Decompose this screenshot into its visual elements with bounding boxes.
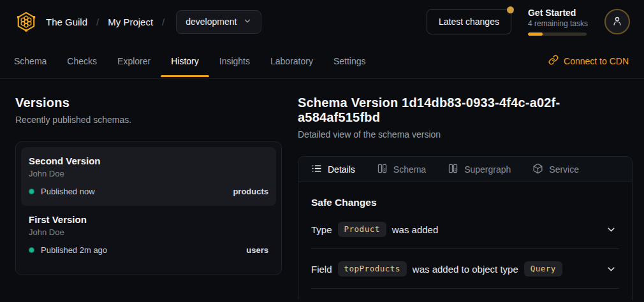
tab-settings[interactable]: Settings — [323, 43, 376, 78]
code-chip: topProducts — [338, 261, 407, 277]
code-chip: Query — [524, 261, 562, 277]
schema-version-subtitle: Detailed view of the schema version — [298, 129, 633, 140]
version-detail-panel: Schema Version 1d14db83-0933-4f4c-a02f-a… — [298, 96, 633, 300]
versions-subtitle: Recently published schemas. — [15, 115, 282, 125]
service-name: users — [246, 245, 268, 255]
connect-cdn-label: Connect to CDN — [564, 56, 629, 66]
tab-explorer[interactable]: Explorer — [107, 43, 161, 78]
safe-changes-heading: Safe Changes — [311, 197, 619, 208]
schema-version-title: Schema Version 1d14db83-0933-4f4c-a02f-a… — [298, 96, 633, 125]
versions-title: Versions — [15, 96, 282, 110]
detail-tab-service[interactable]: Service — [532, 163, 579, 176]
link-icon — [548, 55, 559, 67]
version-author: John Doe — [29, 227, 268, 237]
published-time: Published 2m ago — [41, 245, 107, 255]
change-text: was added — [392, 224, 439, 235]
breadcrumb-separator: / — [96, 17, 99, 27]
change-row[interactable]: TypeProductwas added — [311, 210, 619, 249]
list-icon — [311, 163, 322, 176]
user-icon — [611, 15, 623, 29]
latest-changes-label: Latest changes — [439, 17, 499, 27]
chevron-down-icon[interactable] — [606, 224, 617, 235]
change-text: Type — [311, 224, 332, 235]
published-dot-icon — [29, 247, 34, 253]
detail-tab-schema[interactable]: Schema — [377, 163, 426, 176]
connect-cdn-link[interactable]: Connect to CDN — [548, 55, 629, 67]
change-text: was added to object type — [413, 264, 518, 275]
version-meta-row: Published nowproducts — [29, 187, 268, 196]
hive-logo-icon[interactable] — [15, 11, 37, 32]
nav-tab-list: SchemaChecksExplorerHistoryInsightsLabor… — [4, 43, 376, 78]
tab-checks[interactable]: Checks — [57, 43, 107, 78]
target-selector-value: development — [186, 17, 237, 27]
columns-icon — [448, 163, 458, 176]
version-name: Second Version — [29, 155, 268, 166]
detail-tab-details[interactable]: Details — [311, 163, 355, 176]
main-content: Versions Recently published schemas. Sec… — [0, 79, 644, 300]
header-actions: Latest changes Get Started 4 remaining t… — [427, 8, 630, 36]
app-header: The Guild / My Project / development Lat… — [0, 0, 644, 43]
get-started-subtitle: 4 remaining tasks — [528, 19, 588, 28]
version-list-item[interactable]: Second VersionJohn DoePublished nowprodu… — [21, 147, 276, 206]
detail-tab-label: Supergraph — [464, 164, 511, 175]
change-description: TypeProductwas added — [311, 222, 438, 237]
changes-list: TypeProductwas addedFieldtopProductswas … — [311, 210, 619, 289]
project-nav: SchemaChecksExplorerHistoryInsightsLabor… — [0, 43, 644, 79]
breadcrumb-organization[interactable]: The Guild — [46, 17, 87, 27]
detail-tab-label: Details — [328, 164, 355, 175]
progress-fill — [528, 32, 543, 36]
breadcrumb: The Guild / My Project / development — [15, 10, 261, 34]
published-dot-icon — [29, 189, 34, 194]
detail-tab-supergraph[interactable]: Supergraph — [448, 163, 511, 176]
chevron-down-icon — [243, 17, 252, 27]
version-list: Second VersionJohn DoePublished nowprodu… — [15, 141, 282, 275]
cube-icon — [532, 163, 543, 176]
detail-body: Safe Changes TypeProductwas addedFieldto… — [298, 197, 632, 289]
tab-history[interactable]: History — [161, 43, 209, 78]
version-author: John Doe — [29, 169, 268, 178]
breadcrumb-separator: / — [162, 17, 165, 27]
version-list-item[interactable]: First VersionJohn DoePublished 2m agouse… — [21, 206, 276, 264]
version-name: First Version — [29, 214, 268, 225]
latest-changes-button[interactable]: Latest changes — [427, 9, 511, 34]
detail-card: DetailsSchemaSupergraphService Safe Chan… — [298, 156, 633, 300]
tab-insights[interactable]: Insights — [209, 43, 260, 78]
tab-laboratory[interactable]: Laboratory — [260, 43, 323, 78]
detail-tab-bar: DetailsSchemaSupergraphService — [298, 157, 632, 182]
notification-dot — [507, 6, 514, 13]
code-chip: Product — [338, 222, 386, 237]
version-meta-row: Published 2m agousers — [29, 245, 268, 255]
tab-schema[interactable]: Schema — [4, 43, 57, 78]
detail-tab-label: Service — [549, 164, 579, 175]
change-text: Field — [311, 264, 332, 275]
change-description: FieldtopProductswas added to object type… — [311, 261, 562, 277]
versions-panel: Versions Recently published schemas. Sec… — [15, 96, 282, 300]
get-started-title: Get Started — [528, 8, 588, 18]
chevron-down-icon[interactable] — [606, 264, 617, 275]
breadcrumb-project[interactable]: My Project — [108, 17, 153, 27]
get-started-progress-bar — [528, 32, 587, 36]
avatar[interactable] — [604, 9, 630, 34]
detail-tab-label: Schema — [393, 164, 426, 175]
service-name: products — [233, 187, 268, 196]
published-time: Published now — [41, 187, 95, 196]
get-started-widget[interactable]: Get Started 4 remaining tasks — [528, 8, 588, 36]
change-row[interactable]: FieldtopProductswas added to object type… — [311, 249, 619, 289]
target-selector[interactable]: development — [176, 10, 261, 34]
columns-icon — [377, 163, 388, 176]
